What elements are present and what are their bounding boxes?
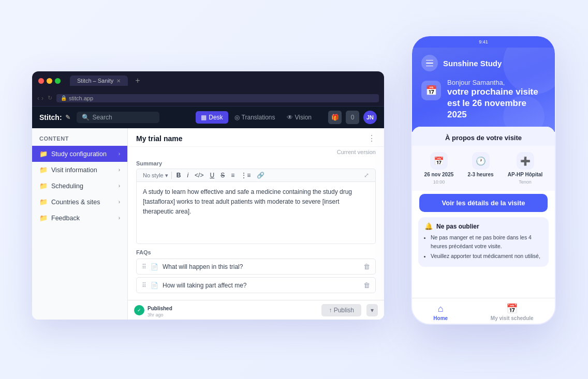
editor-area[interactable]: A study to learn how effective and safe … [136, 182, 376, 244]
faqs-section: FAQs ⠿ 📄 What will happen in this trial?… [128, 244, 384, 301]
folder-icon: 📁 [39, 198, 48, 206]
tab-title: Stitch – Sanity [77, 78, 113, 84]
tab-vision[interactable]: 👁 Vision [282, 111, 317, 124]
avatar[interactable]: JN [363, 111, 377, 124]
search-placeholder: Search [93, 114, 112, 121]
drag-handle-icon[interactable]: ⠿ [142, 282, 146, 289]
phone-app: Sunshine Study 📅 Bonjour Samantha, votre… [412, 48, 555, 298]
strikethrough-button[interactable]: S [219, 171, 226, 179]
expand-button[interactable]: ⤢ [364, 172, 369, 179]
reminder-item-1: Ne pas manger et ne pas boire dans les 4… [431, 233, 542, 251]
sidebar: Content 📁 Study configuration › 📁 Visit … [32, 128, 128, 320]
sidebar-label-study-configuration: Study configuration [51, 150, 107, 158]
current-version-label: Current version [128, 147, 384, 157]
chevron-down-icon: ▾ [165, 172, 168, 179]
phone-status-bar: 9:41 [412, 36, 555, 48]
faq-text-2: How will taking part affect me? [163, 282, 359, 289]
phone-frame: 9:41 Sunshine Study 📅 Bonjour Samantha, … [411, 35, 556, 325]
notification-count: 0 [351, 114, 355, 121]
published-label: Published [148, 306, 172, 311]
home-icon: ⌂ [438, 304, 444, 314]
address-text: stitch.app [69, 95, 93, 101]
three-dot-menu[interactable]: ⋮ [368, 133, 376, 143]
hamburger-button[interactable] [421, 55, 438, 71]
sidebar-item-study-configuration[interactable]: 📁 Study configuration › [32, 146, 127, 162]
gift-icon-button[interactable]: 🎁 [328, 111, 342, 124]
sidebar-item-countries-sites[interactable]: 📁 Countries & sites › [32, 194, 127, 210]
faq-item-2: ⠿ 📄 How will taking part affect me? 🗑 [136, 277, 376, 293]
bell-icon: 🔔 [424, 222, 433, 230]
visit-details-row: 📅 26 nov 2025 10:00 🕐 2-3 heures ➕ AP-HP… [412, 146, 555, 191]
lock-icon: 🔒 [61, 95, 67, 101]
unordered-list-button[interactable]: ≡ [229, 171, 236, 179]
ordered-list-button[interactable]: ⋮≡ [239, 171, 252, 179]
visit-line2-text: est le 26 novembre 2025 [447, 98, 526, 119]
folder-icon: 📁 [39, 166, 48, 174]
phone-nav-visit-schedule[interactable]: 📅 My visit schedule [486, 301, 539, 323]
maximize-button[interactable] [55, 78, 61, 84]
voir-details-button[interactable]: Voir les détails de la visite [419, 194, 548, 212]
sidebar-item-left: 📁 Countries & sites [39, 198, 100, 206]
publish-button[interactable]: ↑ Publish [321, 304, 361, 316]
refresh-button[interactable]: ↻ [48, 95, 52, 101]
tab-vision-label: Vision [295, 114, 312, 121]
folder-icon: 📁 [39, 150, 48, 158]
more-options-button[interactable]: ▾ [366, 304, 378, 316]
sidebar-label-scheduling: Scheduling [51, 183, 83, 190]
nav-arrows: ‹ › [37, 95, 43, 102]
traffic-lights [38, 78, 61, 84]
greeting-text: Bonjour Samantha, [447, 79, 546, 86]
browser-tab[interactable]: Stitch – Sanity ✕ [70, 75, 128, 86]
sidebar-item-feedback[interactable]: 📁 Feedback › [32, 210, 127, 226]
sidebar-item-left: 📁 Feedback [39, 214, 80, 222]
app-name: Sunshine Study [443, 59, 502, 68]
back-button[interactable]: ‹ [37, 95, 39, 102]
edit-icon[interactable]: ✎ [65, 114, 70, 121]
faq-item-1: ⠿ 📄 What will happen in this trial? 🗑 [136, 259, 376, 275]
tab-desk[interactable]: ▦ Desk [196, 111, 228, 124]
sidebar-item-left: 📁 Study configuration [39, 150, 107, 158]
style-select[interactable]: No style ▾ [143, 172, 168, 179]
delete-faq-1-button[interactable]: 🗑 [363, 263, 370, 270]
bold-button[interactable]: B [175, 171, 183, 179]
rte-toolbar: No style ▾ B i </> U S ≡ ⋮≡ 🔗 ⤢ [136, 169, 376, 182]
close-button[interactable] [38, 78, 44, 84]
minimize-button[interactable] [47, 78, 52, 84]
calendar-nav-icon: 📅 [506, 303, 518, 314]
home-nav-label: Home [433, 315, 448, 321]
delete-faq-2-button[interactable]: 🗑 [363, 281, 370, 289]
sidebar-item-scheduling[interactable]: 📁 Scheduling › [32, 178, 127, 194]
chevron-right-icon: › [119, 199, 120, 205]
address-bar[interactable]: 🔒 stitch.app [56, 94, 379, 102]
sidebar-item-visit-information[interactable]: 📁 Visit information › [32, 162, 127, 178]
forward-button[interactable]: › [41, 95, 43, 102]
search-bar[interactable]: 🔍 Search [77, 112, 159, 123]
phone-nav-home[interactable]: ⌂ Home [428, 301, 453, 323]
detail-hospital-sub: Tenon [519, 179, 532, 185]
detail-hospital-text: AP-HP Hôpital [508, 172, 543, 177]
tab-translations[interactable]: ◎ Translations [229, 111, 281, 124]
toolbar-divider [171, 172, 172, 179]
header-actions: 🎁 0 JN [328, 111, 377, 124]
visit-line1-text: votre prochaine visite [447, 87, 538, 97]
italic-button[interactable]: i [185, 171, 190, 179]
underline-button[interactable]: U [208, 171, 216, 179]
calendar-icon: 📅 [421, 81, 441, 100]
translations-icon: ◎ [234, 114, 240, 121]
browser-chrome: Stitch – Sanity ✕ + [32, 71, 384, 90]
chevron-right-icon: › [119, 167, 120, 173]
reminder-card: 🔔 Ne pas oublier Ne pas manger et ne pas… [418, 217, 549, 266]
visit-text: Bonjour Samantha, votre prochaine visite… [447, 79, 546, 120]
main-header: My trial name ⋮ [128, 128, 384, 147]
link-button[interactable]: 🔗 [255, 171, 266, 179]
bottom-bar: ✓ Published 3hr ago ↑ Publish ▾ [128, 300, 384, 320]
reminder-item-2: Veuillez apporter tout médicament non ut… [431, 252, 542, 261]
new-tab-button[interactable]: + [135, 76, 140, 85]
app-body: Content 📁 Study configuration › 📁 Visit … [32, 128, 384, 320]
drag-handle-icon[interactable]: ⠿ [142, 263, 146, 270]
code-button[interactable]: </> [193, 171, 205, 179]
tab-close-icon[interactable]: ✕ [116, 78, 121, 84]
sidebar-label-countries-sites: Countries & sites [51, 199, 100, 206]
notification-button[interactable]: 0 [346, 111, 359, 124]
desk-icon: ▦ [201, 114, 207, 121]
